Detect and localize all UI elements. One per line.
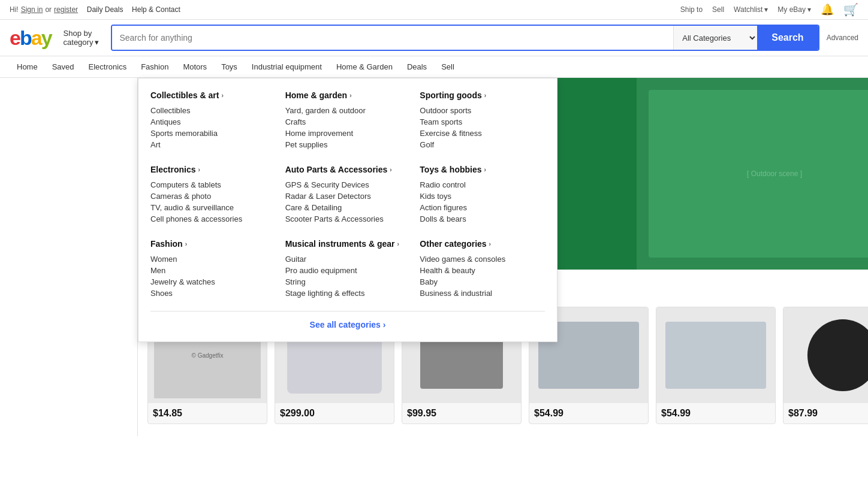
deal-card-3-price: $99.95 (402, 403, 521, 424)
art-item[interactable]: Art (150, 139, 276, 150)
men-item[interactable]: Men (150, 265, 276, 276)
nav-item-home-garden[interactable]: Home & Garden (329, 58, 400, 76)
home-garden-title-link[interactable]: Home & garden (285, 90, 347, 100)
other-title-link[interactable]: Other categories (420, 239, 486, 249)
string-item[interactable]: String (285, 276, 411, 288)
deal-card-5-price: $54.99 (656, 403, 775, 424)
baby-item[interactable]: Baby (420, 276, 545, 288)
guitar-item[interactable]: Guitar (285, 253, 411, 265)
deal-card-5[interactable]: $54.99 (656, 307, 776, 424)
antiques-item[interactable]: Antiques (150, 116, 276, 128)
fashion-section-title: Fashion › (150, 239, 276, 249)
shop-by-chevron-icon: ▾ (95, 38, 99, 47)
radar-laser-item[interactable]: Radar & Laser Detectors (285, 190, 411, 202)
nav-item-toys[interactable]: Toys (214, 58, 245, 76)
pro-audio-item[interactable]: Pro audio equipment (285, 265, 411, 276)
see-all-categories-link[interactable]: See all categories › (150, 311, 545, 329)
pet-supplies-item[interactable]: Pet supplies (285, 139, 411, 150)
my-ebay-button[interactable]: My eBay ▾ (777, 5, 811, 14)
home-garden-arrow-icon: › (349, 92, 351, 99)
collectibles-arrow-icon: › (221, 92, 223, 99)
dropdown-section-sporting: Sporting goods › Outdoor sports Team spo… (420, 90, 545, 150)
collectibles-title-link[interactable]: Collectibles & art (150, 90, 219, 100)
fashion-title-link[interactable]: Fashion (150, 239, 183, 249)
auto-section-title: Auto Parts & Accessories › (285, 165, 411, 174)
cameras-photo-item[interactable]: Cameras & photo (150, 190, 276, 202)
shop-by-category-text: Shop by category ▾ (64, 29, 100, 47)
shopping-cart-icon[interactable]: 🛒 (843, 2, 858, 17)
music-section-title: Musical instruments & gear › (285, 239, 411, 249)
sign-in-link[interactable]: Sign in (21, 5, 43, 14)
logo-text: ebay (10, 26, 52, 50)
nav-item-sell[interactable]: Sell (434, 58, 462, 76)
logo-b: b (20, 26, 31, 49)
computers-tablets-item[interactable]: Computers & tablets (150, 179, 276, 190)
toys-arrow-icon: › (484, 167, 486, 173)
dropdown-section-electronics: Electronics › Computers & tablets Camera… (150, 165, 276, 225)
nav-bar: Home Saved Electronics Fashion Motors To… (0, 56, 868, 78)
deal-card-4-price: $54.99 (529, 403, 648, 424)
jewelry-watches-item[interactable]: Jewelry & watches (150, 276, 276, 288)
shoes-item[interactable]: Shoes (150, 288, 276, 299)
watchlist-label: Watchlist (734, 5, 762, 14)
sporting-title-link[interactable]: Sporting goods (420, 90, 481, 100)
tv-audio-item[interactable]: TV, audio & surveillance (150, 202, 276, 213)
video-games-item[interactable]: Video games & consoles (420, 253, 545, 265)
care-detailing-item[interactable]: Care & Detailing (285, 202, 411, 213)
scooter-parts-item[interactable]: Scooter Parts & Accessories (285, 213, 411, 225)
search-input[interactable] (112, 26, 673, 50)
home-improvement-item[interactable]: Home improvement (285, 128, 411, 139)
business-industrial-item[interactable]: Business & industrial (420, 288, 545, 299)
cell-phones-item[interactable]: Cell phones & accessories (150, 213, 276, 225)
watchlist-button[interactable]: Watchlist ▾ (734, 5, 768, 14)
health-beauty-item[interactable]: Health & beauty (420, 265, 545, 276)
gps-security-item[interactable]: GPS & Security Devices (285, 179, 411, 190)
dropdown-section-home-garden: Home & garden › Yard, garden & outdoor C… (285, 90, 411, 150)
sell-link[interactable]: Sell (712, 5, 724, 14)
deal-card-5-image (656, 307, 775, 403)
search-button[interactable]: Search (757, 26, 818, 50)
deal-card-6[interactable]: $87.99 (783, 307, 868, 424)
dolls-bears-item[interactable]: Dolls & bears (420, 213, 545, 225)
nav-item-home[interactable]: Home (10, 58, 45, 76)
collectibles-item[interactable]: Collectibles (150, 105, 276, 116)
nav-item-deals[interactable]: Deals (400, 58, 434, 76)
shop-by-category-button[interactable]: Shop by category ▾ (59, 26, 104, 49)
stage-lighting-item[interactable]: Stage lighting & effects (285, 288, 411, 299)
category-select[interactable]: All Categories (673, 26, 757, 50)
auto-title-link[interactable]: Auto Parts & Accessories (285, 165, 388, 174)
logo-e: e (10, 26, 20, 49)
nav-item-motors[interactable]: Motors (176, 58, 214, 76)
yard-garden-item[interactable]: Yard, garden & outdoor (285, 105, 411, 116)
team-sports-item[interactable]: Team sports (420, 116, 545, 128)
action-figures-item[interactable]: Action figures (420, 202, 545, 213)
radio-control-item[interactable]: Radio control (420, 179, 545, 190)
advanced-search-link[interactable]: Advanced (827, 34, 858, 42)
hero-image: [ Outdoor scene ] (637, 78, 868, 270)
toys-title-link[interactable]: Toys & hobbies (420, 165, 481, 174)
category-dropdown: Collectibles & art › Collectibles Antiqu… (138, 78, 557, 342)
nav-item-fashion[interactable]: Fashion (134, 58, 176, 76)
golf-item[interactable]: Golf (420, 139, 545, 150)
sidebar-nav (0, 78, 138, 436)
women-item[interactable]: Women (150, 253, 276, 265)
outdoor-sports-item[interactable]: Outdoor sports (420, 105, 545, 116)
sporting-arrow-icon: › (484, 92, 486, 99)
notifications-bell-icon[interactable]: 🔔 (821, 3, 834, 16)
sports-memorabilia-item[interactable]: Sports memorabilia (150, 128, 276, 139)
crafts-item[interactable]: Crafts (285, 116, 411, 128)
toys-section-title: Toys & hobbies › (420, 165, 545, 174)
electronics-title-link[interactable]: Electronics (150, 165, 195, 174)
register-link[interactable]: register (54, 5, 78, 14)
nav-item-saved[interactable]: Saved (45, 58, 82, 76)
daily-deals-link[interactable]: Daily Deals (87, 5, 123, 14)
exercise-fitness-item[interactable]: Exercise & fitness (420, 128, 545, 139)
nav-item-industrial[interactable]: Industrial equipment (245, 58, 329, 76)
music-title-link[interactable]: Musical instruments & gear (285, 239, 395, 249)
top-bar: Hi! Sign in or register Daily Deals Help… (0, 0, 868, 20)
nav-item-electronics[interactable]: Electronics (82, 58, 134, 76)
kids-toys-item[interactable]: Kids toys (420, 190, 545, 202)
help-contact-link[interactable]: Help & Contact (132, 5, 180, 14)
ebay-logo[interactable]: ebay (10, 26, 52, 50)
deal-card-1-price: $14.85 (148, 403, 267, 424)
